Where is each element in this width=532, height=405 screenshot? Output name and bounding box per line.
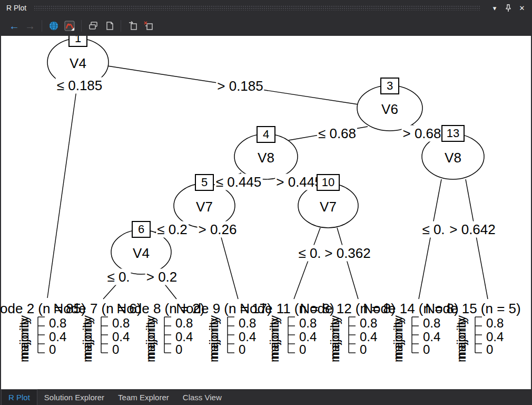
node-variable-label: V8 [258,150,274,166]
titlebar: R Plot ▾ ✕ [0,0,532,16]
axis-tick-label: 0 [112,342,119,357]
split-label-left: ≤ 0. [421,221,446,238]
axis-tick-label: 0.8 [49,316,66,331]
node-id-box: 10 [317,174,340,191]
node-id-box: 5 [195,174,214,191]
copy-as-metafile-button[interactable] [85,18,101,33]
split-label-left: ≤ 0. [297,245,322,262]
terminal-axis-title: majoritymajority [391,318,406,362]
axis-tick-label: 0 [49,342,56,357]
copy-bitmap-icon [104,21,114,31]
split-label-right: > 0.362 [323,245,371,262]
axis-tick-label: 0.8 [486,316,504,331]
open-in-browser-button[interactable] [46,18,62,33]
axis-tick-label: 0.8 [423,316,440,331]
split-label-left: ≤ 0.2 [156,221,189,238]
split-label-right: > 0.2 [145,269,179,285]
axis-tick-label: 0 [239,342,245,357]
axis-tick-label: 0.8 [112,316,130,331]
forward-arrow-icon: → [25,21,35,31]
split-label-left: ≤ 0.445 [215,174,263,190]
tab-r-plot[interactable]: R Plot [1,389,37,405]
terminal-axis-title: majoritymajority [267,318,282,362]
toolbar-separator [81,20,82,32]
tab-team-explorer[interactable]: Team Explorer [111,389,176,405]
node-id-box: 1 [68,36,87,47]
axis-title-text-overprint: majority [17,315,32,360]
r-plot-tool-window: R Plot ▾ ✕ ← → [0,0,532,405]
terminal-axis-title: majoritymajority [80,318,95,362]
remove-plot-icon [143,21,154,31]
node-variable-label: V7 [320,199,337,215]
terminal-axis-title: majoritymajority [17,318,32,362]
split-label-right: > 0.642 [448,221,496,238]
axis-tick-label: 0.8 [299,316,317,331]
terminal-axis-title: majoritymajority [454,318,469,362]
axis-tick-label: 0 [486,342,493,357]
axis-title-text-overprint: majority [143,315,158,360]
pin-icon[interactable] [501,2,515,14]
axis-tick-label: 0.8 [360,316,377,331]
pin-icon-glyph [505,4,512,12]
node-variable-label: V7 [196,199,213,215]
axis-tick-label: 0 [175,342,182,357]
copy-metafile-icon [88,21,98,31]
terminal-axis-title: majoritymajority [143,318,158,362]
axis-tick-label: 0 [360,342,367,357]
axis-tick-label: 0.8 [175,316,193,331]
split-label-left: ≤ 0.68 [317,126,357,142]
back-button[interactable]: ← [6,18,22,33]
axis-tick-label: 0.8 [239,316,256,331]
axis-title-text-overprint: majority [267,315,282,360]
split-label-right: > 0.68 [401,126,442,142]
axis-title-text-overprint: majority [80,315,95,360]
node-id-box: 3 [380,78,399,94]
globe-icon [48,21,59,31]
axis-title-text-overprint: majority [454,315,469,360]
window-position-icon[interactable]: ▾ [488,2,501,14]
node-id-box: 6 [132,221,151,238]
export-plot-icon [127,21,138,31]
tab-class-view[interactable]: Class View [176,389,229,405]
axis-title-text-overprint: majority [206,315,221,360]
close-icon[interactable]: ✕ [515,2,529,14]
node-variable-label: V6 [381,101,398,118]
axis-tick-label: 0 [423,342,430,357]
export-as-pdf-button[interactable] [62,18,77,33]
back-arrow-icon: ← [9,21,19,31]
split-label-left: ≤ 0.185 [56,78,104,94]
tab-solution-explorer[interactable]: Solution Explorer [37,389,111,405]
toolbar-separator [42,20,42,32]
r-plot-canvas: ≤ 0.185> 0.185≤ 0.68> 0.68≤ 0.445> 0.445… [0,36,532,389]
tree-labels: ≤ 0.185> 0.185≤ 0.68> 0.68≤ 0.445> 0.445… [0,36,532,389]
remove-plot-button[interactable] [141,18,156,33]
terminal-axis-title: majoritymajority [206,318,221,362]
terminal-node-title: Node 15 (n = 5) [425,301,520,317]
node-id-box: 13 [441,125,465,142]
tool-window-tabbar: R Plot Solution Explorer Team Explorer C… [0,389,532,405]
axis-tick-label: 0 [299,342,306,357]
window-title: R Plot [6,4,26,12]
pdf-icon [64,21,75,31]
forward-button[interactable]: → [22,18,38,33]
node-variable-label: V4 [133,245,150,262]
node-variable-label: V4 [70,55,86,72]
copy-as-bitmap-button[interactable] [101,18,117,33]
titlebar-drag-grip[interactable] [34,5,480,11]
export-plot-button[interactable] [125,18,141,33]
plot-toolbar: ← → [0,16,532,36]
axis-title-text-overprint: majority [328,315,342,360]
node-id-box: 4 [257,126,275,143]
toolbar-separator [121,20,121,32]
axis-title-text-overprint: majority [391,315,406,360]
terminal-axis-title: majoritymajority [328,318,342,362]
split-label-left: ≤ 0. [106,269,131,285]
split-label-right: > 0.26 [197,221,238,238]
node-variable-label: V8 [445,150,461,166]
split-label-right: > 0.185 [216,78,264,94]
